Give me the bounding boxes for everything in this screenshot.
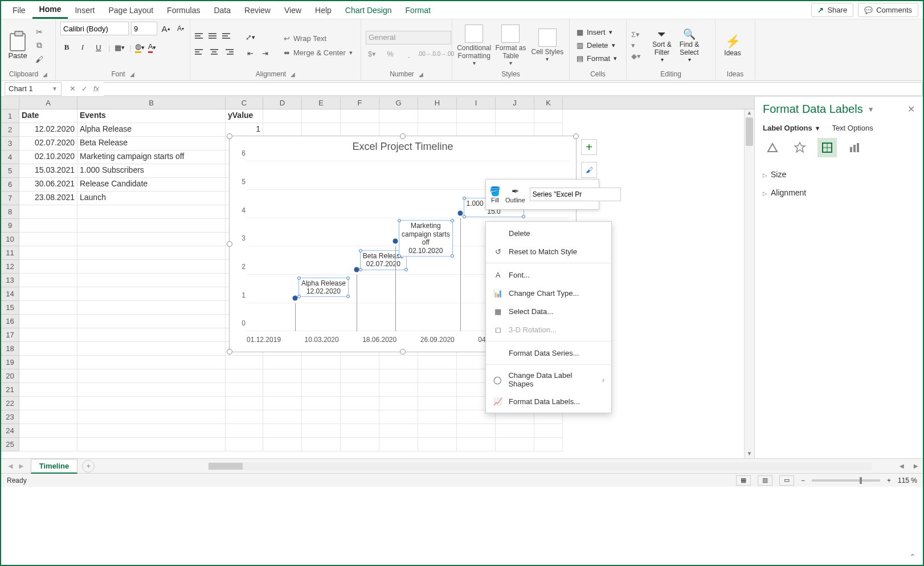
chart-elements-button[interactable]: + [581,139,597,155]
row-header[interactable]: 16 [1,315,19,328]
cell[interactable] [263,438,302,451]
insert-cells-button[interactable]: ▦Insert ▾ [574,27,619,38]
tab-chart-design[interactable]: Chart Design [338,2,399,18]
cell[interactable] [418,356,457,369]
data-label-alpha[interactable]: Alpha Release 12.02.2020 [299,278,349,298]
cell[interactable] [457,109,496,123]
cm-format-data-series[interactable]: Format Data Series... [486,344,611,362]
cell[interactable] [534,123,563,137]
scroll-down-arrow-icon[interactable]: ▼ [745,450,754,458]
column-header[interactable]: E [302,97,341,109]
cm-select-data[interactable]: ▦Select Data... [486,302,611,320]
cell[interactable] [226,356,263,369]
cm-reset-style[interactable]: ↺Reset to Match Style [486,242,611,260]
cell[interactable] [77,356,226,369]
cell[interactable] [302,356,341,369]
cell[interactable] [496,123,534,137]
cell[interactable]: Date [19,109,77,123]
cell[interactable] [418,424,457,438]
delete-cells-button[interactable]: ▥Delete ▾ [574,40,619,51]
increase-font-icon[interactable]: A▴ [160,22,172,35]
row-header[interactable]: 4 [1,150,19,164]
cell[interactable] [302,424,341,438]
vertical-scrollbar[interactable]: ▲ ▼ [744,109,754,458]
cell[interactable] [19,246,77,260]
format-as-table-button[interactable]: Format as Table▾ [493,25,528,66]
row-header[interactable]: 8 [1,205,19,219]
cell[interactable]: yValue [226,109,263,123]
tab-insert[interactable]: Insert [68,2,101,18]
cell[interactable]: Events [77,109,226,123]
cell[interactable]: Release Candidate [77,178,226,192]
mini-series-select[interactable] [530,188,621,201]
zoom-in-icon[interactable]: + [887,477,891,484]
enter-formula-icon[interactable]: ✓ [81,84,88,93]
cell[interactable] [226,369,263,383]
tab-view[interactable]: View [277,2,308,18]
cell[interactable] [19,219,77,233]
zoom-value[interactable]: 115 % [898,477,917,484]
cell[interactable] [496,424,534,438]
autosum-icon[interactable]: Σ▾ [631,30,647,39]
cell[interactable]: Beta Release [77,137,226,150]
align-middle-icon[interactable] [208,31,220,40]
fill-color-button[interactable]: ◍▾ [135,42,145,53]
cell[interactable] [226,383,263,397]
cell[interactable] [77,328,226,342]
underline-button[interactable]: U [92,41,105,54]
cell[interactable] [302,410,341,424]
row-header[interactable]: 21 [1,383,19,397]
row-header[interactable]: 1 [1,109,19,123]
sheet-nav-prev-icon[interactable]: ◄ [7,462,14,470]
number-dialog-launcher[interactable]: ◢ [419,71,423,78]
row-header[interactable]: 13 [1,274,19,287]
cm-font[interactable]: AFont... [486,266,611,284]
cell[interactable] [19,274,77,287]
zoom-slider[interactable] [812,479,880,482]
cell[interactable] [418,109,457,123]
cell[interactable] [77,315,226,328]
fill-line-options-icon[interactable] [763,138,782,157]
cell[interactable] [263,356,302,369]
cell[interactable] [77,369,226,383]
paste-button[interactable]: Paste [6,31,30,60]
cm-format-data-labels[interactable]: 📈Format Data Labels... [486,392,611,410]
cell[interactable] [496,438,534,451]
font-name-input[interactable] [60,22,129,35]
close-pane-icon[interactable]: ✕ [907,104,915,115]
worksheet-grid[interactable]: ABCDEFGHIJK 1234567891011121314151617181… [1,97,754,458]
chart-title[interactable]: Excel Project Timeline [230,136,576,157]
cell[interactable]: 12.02.2020 [19,123,77,137]
cell[interactable] [77,301,226,315]
chart-styles-button[interactable]: 🖌 [581,162,597,178]
fx-icon[interactable]: fx [93,84,99,93]
font-size-input[interactable] [131,22,157,35]
align-center-icon[interactable] [208,47,220,56]
sheet-tab-timeline[interactable]: Timeline [31,459,78,474]
row-header[interactable]: 20 [1,369,19,383]
cell[interactable] [379,410,418,424]
row-header[interactable]: 24 [1,424,19,438]
cell[interactable]: Launch [77,192,226,205]
cell[interactable] [418,383,457,397]
cell[interactable] [19,287,77,301]
cell[interactable]: 02.07.2020 [19,137,77,150]
row-header[interactable]: 25 [1,438,19,451]
cell[interactable] [226,410,263,424]
conditional-formatting-button[interactable]: Conditional Formatting▾ [457,25,491,66]
column-header[interactable]: I [457,97,496,109]
cell[interactable] [19,383,77,397]
cell[interactable] [19,233,77,246]
increase-decimal-icon[interactable]: .00→.0 [420,48,433,60]
cell[interactable] [19,356,77,369]
size-properties-options-icon[interactable] [817,138,837,157]
cm-change-label-shapes[interactable]: ◯Change Data Label Shapes› [486,367,611,392]
label-options-tab[interactable]: Label Options ▼ [763,124,820,132]
increase-indent-icon[interactable]: ⇥ [259,47,271,60]
tab-format[interactable]: Format [399,2,438,18]
cell[interactable] [341,383,379,397]
sort-filter-button[interactable]: ⏷ Sort & Filter▾ [649,28,674,63]
cell[interactable] [77,246,226,260]
cell[interactable] [226,438,263,451]
cell[interactable]: Marketing campaign starts off [77,150,226,164]
